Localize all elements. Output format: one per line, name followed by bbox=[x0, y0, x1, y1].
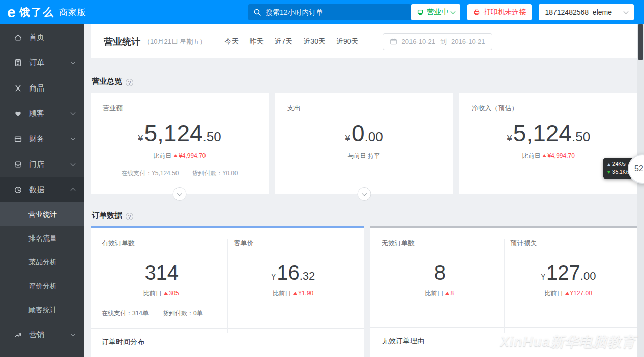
chevron-down-icon bbox=[177, 191, 182, 196]
value-dec: .32 bbox=[300, 270, 315, 283]
value-int: 5,124 bbox=[144, 121, 202, 145]
delta-value: ¥1.90 bbox=[293, 290, 313, 297]
metric-label: 预计损失 bbox=[511, 239, 627, 248]
metric-value: ¥16.32 bbox=[234, 262, 353, 283]
account-dropdown[interactable]: 18712482568_eleme bbox=[539, 4, 634, 20]
shop-status-button[interactable]: 营业中 bbox=[411, 4, 460, 20]
value-int: 5,124 bbox=[513, 121, 572, 145]
chevron-down-icon bbox=[451, 9, 456, 14]
sidebar-subitem-review-analysis[interactable]: 评价分析 bbox=[0, 274, 84, 298]
overview-section-title: 营业总览? bbox=[92, 77, 636, 86]
order-time-distribution-title: 订单时间分布 bbox=[102, 338, 353, 347]
valid-order-count-metric: 有效订单数 314 比前日305 bbox=[102, 239, 221, 298]
up-arrow-icon bbox=[542, 154, 546, 157]
download-arrow-icon bbox=[607, 171, 610, 174]
chevron-down-icon bbox=[71, 136, 76, 141]
help-icon[interactable]: ? bbox=[126, 79, 133, 86]
delta-value: ¥4,994.70 bbox=[173, 152, 206, 159]
net-income-card: 净收入（预估） ¥5,124.50 比前日¥4,994.70 bbox=[459, 93, 637, 194]
value-dec: .00 bbox=[365, 129, 383, 145]
invalid-orders-card: 无效订单数 8 比前日8 预计损失 ¥127.00 比前日¥127.00 bbox=[370, 226, 637, 357]
order-search-box[interactable] bbox=[248, 4, 411, 20]
printer-status-button[interactable]: 打印机未连接 bbox=[467, 4, 532, 20]
expand-card-button[interactable] bbox=[172, 187, 186, 201]
sidebar-subitem-label: 菜品分析 bbox=[28, 258, 57, 267]
topbar: e 饿了么 商家版 营业中 打印机未连接 18712482568_eleme bbox=[0, 0, 644, 24]
upload-speed: 24K/s bbox=[612, 160, 626, 168]
online-payment-detail: 在线支付：314单 bbox=[102, 309, 149, 318]
currency-symbol: ¥ bbox=[345, 133, 350, 144]
date-to-value: 2016-10-21 bbox=[451, 38, 485, 45]
valid-orders-card: 有效订单数 314 比前日305 客单价 ¥16.32 比前日¥1.90 bbox=[91, 226, 364, 357]
brand-logo[interactable]: e 饿了么 商家版 bbox=[7, 0, 86, 24]
sidebar-item-data[interactable]: 数据 bbox=[0, 177, 84, 202]
chevron-up-icon bbox=[71, 188, 76, 193]
sidebar-item-customers[interactable]: 顾客 bbox=[0, 101, 84, 126]
compare-label: 比前日 bbox=[522, 152, 540, 159]
overview-title-text: 营业总览 bbox=[92, 77, 122, 85]
date-from-value: 2016-10-21 bbox=[402, 38, 436, 45]
sidebar-subitem-customer-stats[interactable]: 顾客统计 bbox=[0, 298, 84, 322]
payment-breakdown: 在线支付：¥5,124.50 货到付款：¥0.00 bbox=[103, 169, 256, 178]
scrollbar-thumb[interactable] bbox=[638, 24, 643, 60]
column-divider bbox=[227, 239, 228, 333]
value-int: 0 bbox=[352, 121, 365, 145]
sidebar-item-marketing[interactable]: 营销 bbox=[0, 322, 84, 347]
chevron-down-icon bbox=[624, 9, 629, 14]
card-label: 营业额 bbox=[103, 104, 256, 113]
up-arrow-icon bbox=[164, 292, 168, 295]
sidebar-subitem-business-stats[interactable]: 营业统计 bbox=[0, 202, 84, 226]
eleme-logo-icon: e bbox=[7, 5, 16, 20]
column-divider bbox=[504, 239, 505, 333]
up-arrow-icon bbox=[173, 154, 178, 157]
compare-line: 比前日¥127.00 bbox=[511, 289, 627, 298]
sidebar-item-label: 顾客 bbox=[29, 109, 44, 118]
sidebar-item-goods[interactable]: 商品 bbox=[0, 75, 84, 101]
sidebar-item-label: 门店 bbox=[29, 160, 44, 169]
orders-title-text: 订单数据 bbox=[92, 211, 122, 219]
download-speed: 35.1K/s bbox=[612, 168, 630, 176]
value-int: 16 bbox=[277, 262, 300, 283]
sidebar-item-finance[interactable]: 财务 bbox=[0, 126, 84, 152]
main-content: 营业统计 （10月21日 星期五） 今天 昨天 近7天 近30天 近90天 20… bbox=[84, 24, 637, 357]
filter-30days[interactable]: 近30天 bbox=[303, 37, 326, 46]
heart-icon bbox=[14, 109, 22, 118]
date-quick-filters: 今天 昨天 近7天 近30天 近90天 bbox=[225, 37, 369, 46]
sidebar-item-label: 商品 bbox=[29, 83, 44, 93]
currency-symbol: ¥ bbox=[507, 133, 512, 144]
date-range-picker[interactable]: 2016-10-21 到 2016-10-21 bbox=[383, 33, 492, 50]
metric-value: 314 bbox=[102, 262, 221, 283]
sidebar-item-store[interactable]: 门店 bbox=[0, 152, 84, 177]
filter-yesterday[interactable]: 昨天 bbox=[250, 37, 264, 46]
search-input[interactable] bbox=[266, 8, 406, 16]
value-int: 127 bbox=[546, 262, 580, 283]
pie-chart-icon bbox=[14, 186, 22, 194]
sidebar-subitem-dish-analysis[interactable]: 菜品分析 bbox=[0, 250, 84, 274]
page-scrollbar[interactable] bbox=[637, 24, 644, 357]
value-dec: .50 bbox=[203, 129, 221, 145]
page-date-note: （10月21日 星期五） bbox=[143, 37, 207, 46]
currency-symbol: ¥ bbox=[541, 273, 545, 282]
printer-status-label: 打印机未连接 bbox=[483, 8, 526, 17]
sidebar-item-orders[interactable]: 订单 bbox=[0, 50, 84, 75]
filter-today[interactable]: 今天 bbox=[225, 37, 239, 46]
filter-7days[interactable]: 近7天 bbox=[275, 37, 293, 46]
up-arrow-icon bbox=[565, 292, 569, 295]
filter-90days[interactable]: 近90天 bbox=[336, 37, 359, 46]
sidebar-subitem-label: 排名流量 bbox=[28, 234, 57, 243]
invalid-order-count-metric: 无效订单数 8 比前日8 bbox=[382, 239, 497, 298]
shop-status-label: 营业中 bbox=[427, 8, 448, 17]
sidebar-item-home[interactable]: 首页 bbox=[0, 24, 84, 50]
compare-label: 与前日 bbox=[348, 152, 366, 159]
order-list-icon bbox=[14, 58, 22, 67]
utensils-icon bbox=[14, 84, 22, 93]
flat-value: 持平 bbox=[368, 152, 380, 159]
compare-line: 比前日¥4,994.70 bbox=[472, 152, 625, 160]
sidebar-item-label: 订单 bbox=[29, 58, 44, 68]
expand-card-button[interactable] bbox=[357, 187, 371, 201]
sidebar-item-label: 营销 bbox=[29, 330, 44, 340]
help-icon[interactable]: ? bbox=[126, 213, 133, 220]
account-name: 18712482568_eleme bbox=[545, 8, 612, 16]
sidebar-subitem-ranking-traffic[interactable]: 排名流量 bbox=[0, 226, 84, 250]
calendar-icon bbox=[390, 38, 397, 45]
